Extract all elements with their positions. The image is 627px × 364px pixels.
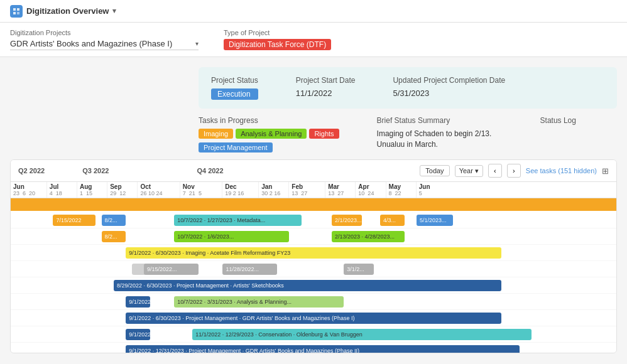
status-log-label: Status Log	[540, 116, 576, 125]
type-filter-label: Type of Project	[224, 29, 331, 36]
quarter-labels: Q2 2022 Q3 2022 Q4 2022	[18, 167, 415, 174]
quarter-q4: Q4 2022	[197, 167, 223, 174]
app-icon	[10, 5, 23, 18]
bar-2-1: 2/1/2023...	[332, 215, 362, 226]
quarter-q3: Q3 2022	[82, 167, 109, 174]
bar-acetate-imaging: 9/1/2022 · 6/30/2023 · Imaging · Acetate…	[126, 247, 501, 259]
month-jan: Jan 30 2 16	[259, 182, 289, 198]
year-select[interactable]: Year ▾	[455, 165, 483, 177]
project-select-value: GDR Artists' Books and Magazines (Phase …	[10, 39, 172, 48]
gantt-controls: Today Year ▾ ‹ › See tasks (151 hidden) …	[420, 164, 609, 178]
main-content: Project Status Execution Project Start D…	[0, 57, 627, 363]
month-may: May 8 22	[386, 182, 417, 198]
brief-status-text: Imaging of Schaden to begin 2/13. Unualu…	[377, 129, 503, 150]
gantt-row-2: 8/2... 10/7/2022 · 1/6/2023... 2/13/2023…	[11, 228, 616, 245]
bar-analysis-planning: 10/7/2022 · 3/31/2023 · Analysis & Plann…	[174, 296, 344, 308]
type-badge: Digitization Task Force (DTF)	[224, 39, 331, 50]
status-log-group: Status Log	[540, 116, 576, 125]
month-apr: Apr 10 24	[356, 182, 386, 198]
bar-9-1-b: 9/1/2022	[126, 329, 150, 340]
bar-8-2-a: 8/2...	[102, 215, 126, 226]
nav-chevron-icon[interactable]: ▾	[112, 7, 116, 15]
bar-conservation: 11/1/2022 · 12/29/2023 · Conservation · …	[192, 329, 532, 340]
month-row: Jun 23 6 20 Jul 4 18 Aug 1 15 Sep 29 12 …	[11, 182, 616, 198]
completion-date-value: 5/31/2023	[393, 88, 505, 98]
completion-label: Updated Project Completion Date	[393, 76, 505, 85]
month-jun2: Jun 5	[417, 182, 441, 198]
bar-8-2-b: 8/2...	[102, 231, 126, 242]
bar-pm-gdr-phase1: 9/1/2022 · 6/30/2023 · Project Managemen…	[126, 313, 501, 324]
svg-rect-0	[13, 8, 16, 11]
start-date-label: Project Start Date	[296, 76, 356, 85]
gantt-container: Q2 2022 Q3 2022 Q4 2022 Today Year ▾ ‹ ›…	[10, 159, 617, 353]
start-date-value: 11/1/2022	[296, 88, 356, 98]
tag-imaging: Imaging	[199, 129, 233, 139]
status-section: Project Status Execution	[211, 76, 258, 100]
tasks-in-progress-group: Tasks in Progress Imaging Analysis & Pla…	[199, 116, 339, 152]
top-nav: Digitization Overview ▾	[0, 0, 627, 23]
quarter-q2: Q2 2022	[18, 167, 45, 174]
year-label: Year	[459, 167, 473, 174]
gantt-row-4: 9/15/2022... 11/28/2022... 3/1/2...	[11, 261, 616, 277]
brief-status-group: Brief Status Summary Imaging of Schaden …	[377, 116, 503, 150]
svg-rect-3	[17, 12, 19, 14]
month-mar: Mar 13 27	[325, 182, 356, 198]
project-select[interactable]: GDR Artists' Books and Magazines (Phase …	[10, 39, 199, 50]
tag-pm-row: Project Management	[199, 142, 339, 152]
project-select-chevron-icon: ▾	[195, 40, 199, 47]
gantt-body[interactable]: 7/15/2022 8/2... 10/7/2022 · 1/27/2023 ·…	[11, 198, 616, 353]
tasks-label: Tasks in Progress	[199, 116, 339, 125]
project-filter-group: Digitization Projects GDR Artists' Books…	[10, 29, 199, 50]
filter-bar: Digitization Projects GDR Artists' Books…	[0, 23, 627, 57]
bar-10-7-1-6: 10/7/2022 · 1/6/2023...	[174, 231, 289, 242]
gantt-row-5: 8/29/2022 · 6/30/2023 · Project Manageme…	[11, 277, 616, 294]
tag-rights: Rights	[309, 129, 339, 139]
svg-rect-2	[13, 12, 16, 14]
bar-3-1: 3/1/2...	[344, 264, 374, 275]
gantt-row-9: 9/1/2022 · 12/31/2023 · Project Manageme…	[11, 343, 616, 353]
bar-metadata: 10/7/2022 · 1/27/2023 · Metadata...	[174, 215, 301, 226]
month-jul: Jul 4 18	[47, 182, 77, 198]
completion-section: Updated Project Completion Date 5/31/202…	[393, 76, 505, 98]
year-chevron-icon: ▾	[475, 167, 479, 175]
task-tags: Imaging Analysis & Planning Rights	[199, 129, 339, 139]
nav-title: Digitization Overview	[26, 6, 109, 16]
gantt-row-7: 9/1/2022 · 6/30/2023 · Project Managemen…	[11, 310, 616, 326]
tag-project-management: Project Management	[199, 142, 273, 153]
month-dec: Dec 19 2 16	[222, 182, 259, 198]
bar-pm-sketchbooks: 8/29/2022 · 6/30/2023 · Project Manageme…	[114, 280, 501, 291]
bar-9-1-a: 9/1/2022	[126, 296, 150, 308]
tag-analysis: Analysis & Planning	[236, 129, 307, 139]
today-button[interactable]: Today	[420, 165, 449, 176]
grid-icon[interactable]: ⊞	[602, 166, 609, 176]
bar-11-28: 11/28/2022...	[222, 264, 277, 275]
month-nov: Nov 7 21 5	[180, 182, 222, 198]
month-feb: Feb 13 27	[289, 182, 325, 198]
gantt-next-button[interactable]: ›	[507, 164, 521, 178]
bar-4-3: 4/3...	[380, 215, 405, 226]
month-sep: Sep 29 12	[107, 182, 138, 198]
brief-status-label: Brief Status Summary	[377, 116, 503, 125]
bar-7-15: 7/15/2022	[53, 215, 95, 226]
type-filter-group: Type of Project Digitization Task Force …	[224, 29, 331, 50]
gantt-header: Q2 2022 Q3 2022 Q4 2022 Today Year ▾ ‹ ›…	[11, 160, 616, 182]
month-jun: Jun 23 6 20	[11, 182, 47, 198]
status-badge: Execution	[211, 88, 258, 100]
status-label: Project Status	[211, 76, 258, 85]
nav-title-group: Digitization Overview ▾	[10, 5, 116, 18]
gantt-row-3: 9/1/2022 · 6/30/2023 · Imaging · Acetate…	[11, 245, 616, 261]
see-tasks-link[interactable]: See tasks (151 hidden)	[526, 167, 597, 174]
tasks-section: Tasks in Progress Imaging Analysis & Pla…	[199, 116, 617, 152]
project-info-card: Project Status Execution Project Start D…	[199, 67, 617, 109]
gantt-row-6: 9/1/2022 10/7/2022 · 3/31/2023 · Analysi…	[11, 294, 616, 310]
project-filter-label: Digitization Projects	[10, 29, 199, 36]
gantt-row-1: 7/15/2022 8/2... 10/7/2022 · 1/27/2023 ·…	[11, 212, 616, 228]
gantt-prev-button[interactable]: ‹	[488, 164, 502, 178]
month-aug: Aug 1 15	[77, 182, 107, 198]
month-oct: Oct 26 10 24	[138, 182, 180, 198]
bar-9-15: 9/15/2022...	[144, 264, 199, 275]
bar-2-13-4-28: 2/13/2023 · 4/28/2023...	[332, 231, 405, 242]
bar-5-1: 5/1/2023...	[417, 215, 453, 226]
bar-pm-gdr-phase2: 9/1/2022 · 12/31/2023 · Project Manageme…	[126, 345, 520, 353]
gantt-row-8: 9/1/2022 11/1/2022 · 12/29/2023 · Conser…	[11, 326, 616, 343]
